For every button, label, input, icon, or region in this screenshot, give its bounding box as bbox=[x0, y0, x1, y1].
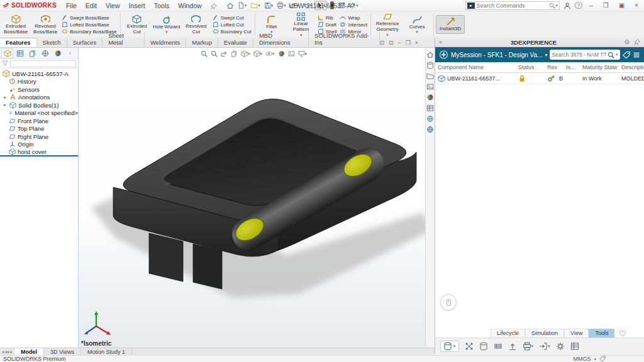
panel-settings-icon[interactable] bbox=[621, 39, 633, 46]
tab-evaluate[interactable]: Evaluate bbox=[218, 38, 253, 47]
boundary-cut-button[interactable]: Boundary Cut bbox=[211, 28, 253, 35]
doc-close-button[interactable]: × bbox=[415, 40, 418, 46]
lofted-cut-button[interactable]: Lofted Cut bbox=[211, 21, 253, 28]
save-button[interactable]: ▾ bbox=[263, 1, 275, 9]
grid-settings-button[interactable] bbox=[570, 341, 579, 350]
section-view-button[interactable] bbox=[231, 49, 238, 57]
settings-button[interactable] bbox=[556, 341, 565, 350]
command-search-input[interactable] bbox=[477, 3, 549, 9]
tree-item-origin[interactable]: Origin bbox=[0, 141, 78, 149]
3dexperience-home-icon[interactable] bbox=[426, 50, 435, 58]
panel-pin-icon[interactable] bbox=[633, 39, 644, 46]
menu-insert[interactable]: Insert bbox=[124, 2, 149, 9]
expand-icon[interactable]: ▸ bbox=[3, 95, 8, 100]
intersect-button[interactable]: Intersect bbox=[338, 21, 369, 28]
hole-wizard-button[interactable]: Hole Wizard▾ bbox=[152, 14, 181, 36]
search-icon[interactable] bbox=[549, 3, 555, 9]
command-search[interactable]: ▸ ▾ bbox=[465, 1, 560, 10]
search-dropdown-icon[interactable]: ▾ bbox=[616, 52, 618, 57]
restore-button[interactable]: ▣ bbox=[616, 2, 628, 9]
hamburger-menu-icon[interactable] bbox=[633, 51, 640, 59]
appearances-scenes-icon[interactable] bbox=[426, 93, 435, 101]
wrap-button[interactable]: Wrap bbox=[338, 14, 369, 21]
tab-markup[interactable]: Markup bbox=[186, 38, 218, 47]
view-settings-button[interactable]: ▾ bbox=[298, 49, 308, 57]
tab-weldments[interactable]: Weldments bbox=[145, 38, 186, 47]
tree-item-top-plane[interactable]: Top Plane bbox=[0, 125, 78, 133]
tab-strip-expand-icon[interactable]: › bbox=[64, 48, 76, 58]
collapse-panel-icon[interactable]: « bbox=[435, 39, 446, 45]
print-button[interactable]: ▾ bbox=[523, 341, 534, 350]
tree-item-right-plane[interactable]: Right Plane bbox=[0, 133, 78, 141]
tree-item-annotations[interactable]: ▸Annotations bbox=[0, 94, 78, 102]
swept-cut-button[interactable]: Swept Cut bbox=[211, 14, 253, 21]
open-button[interactable]: ▾ bbox=[249, 1, 262, 9]
menu-window[interactable]: Window bbox=[174, 2, 206, 9]
upload-button[interactable] bbox=[508, 341, 517, 350]
tab-view[interactable]: View bbox=[564, 329, 589, 337]
tab-mbd-dimensions[interactable]: MBD Dimensions bbox=[253, 31, 309, 47]
3ds-compass-icon[interactable] bbox=[439, 50, 448, 60]
previous-view-button[interactable] bbox=[221, 49, 228, 57]
tab-surfaces[interactable]: Surfaces bbox=[67, 38, 103, 47]
doc-restore-button[interactable]: ❒ bbox=[406, 40, 411, 46]
dimxpertmanager-tab[interactable] bbox=[39, 48, 51, 58]
tree-filter-input[interactable] bbox=[10, 60, 76, 67]
minimize-button[interactable]: – bbox=[586, 2, 596, 9]
component-table-row[interactable]: UBW-21161-66537... B In Work MOLDED LATC… bbox=[435, 73, 644, 84]
column-rev[interactable]: Rev bbox=[547, 64, 566, 70]
configurationmanager-tab[interactable] bbox=[26, 48, 38, 58]
session-selector[interactable]: MySession - SFK1 - Design Va...▾ bbox=[451, 52, 547, 58]
favorites-heart-icon[interactable] bbox=[618, 328, 627, 337]
tree-item-front-plane[interactable]: Front Plane bbox=[0, 117, 78, 125]
new-document-button[interactable]: ▾ bbox=[236, 1, 248, 9]
doc-window-icon[interactable]: ⊡ bbox=[389, 40, 394, 46]
tag-icon[interactable] bbox=[623, 51, 630, 59]
tab-simulation[interactable]: Simulation bbox=[525, 329, 564, 337]
menu-file[interactable]: File bbox=[62, 2, 81, 9]
tab-sheet-metal[interactable]: Sheet Metal bbox=[103, 31, 145, 47]
displaymanager-tab[interactable] bbox=[52, 48, 64, 58]
tree-item-history[interactable]: History bbox=[0, 78, 78, 86]
rib-button[interactable]: Rib bbox=[316, 14, 338, 21]
column-issues[interactable]: Is... bbox=[566, 64, 582, 70]
custom-properties-icon[interactable] bbox=[426, 104, 435, 112]
tab-solidworks-add-ins[interactable]: SOLIDWORKS Add-Ins bbox=[309, 31, 380, 47]
home-button[interactable] bbox=[225, 1, 235, 10]
login-button[interactable] bbox=[564, 1, 571, 9]
help-button[interactable]: ? bbox=[575, 2, 582, 9]
swept-boss-base-button[interactable]: Swept Boss/Base bbox=[60, 14, 118, 21]
menu-pin-icon[interactable] bbox=[206, 1, 221, 9]
close-button[interactable]: × bbox=[631, 2, 641, 9]
search-icon[interactable] bbox=[608, 52, 614, 58]
expand-icon[interactable]: ▸ bbox=[3, 102, 8, 107]
save-with-options-button[interactable]: ▾ bbox=[440, 341, 459, 352]
column-status[interactable]: Status bbox=[518, 64, 547, 70]
undo-button[interactable]: ▾ bbox=[289, 1, 301, 9]
options-button[interactable]: ▾ bbox=[348, 1, 360, 9]
redo-button[interactable]: ▾ bbox=[301, 1, 313, 9]
view-palette-icon[interactable] bbox=[426, 82, 435, 90]
tab-scroll-buttons[interactable]: ◂◂▸▸ bbox=[0, 348, 14, 355]
windows-button[interactable]: ❒ bbox=[600, 2, 612, 9]
doc-minimize-button[interactable]: – bbox=[398, 40, 401, 46]
tree-item-sensors[interactable]: Sensors bbox=[0, 85, 78, 94]
revolved-cut-button[interactable]: Revolved Cut bbox=[182, 13, 211, 36]
tab-3d-views[interactable]: 3D Views bbox=[44, 348, 81, 355]
lofted-boss-base-button[interactable]: Lofted Boss/Base bbox=[60, 21, 118, 28]
tree-item-hoist-cover[interactable]: hoist cover bbox=[0, 148, 78, 156]
hide-show-items-button[interactable]: ▾ bbox=[265, 49, 275, 57]
display-style-button[interactable]: ▾ bbox=[253, 49, 263, 57]
graphics-viewport[interactable]: ▾ ▾ ▾ ▾ *Isometric bbox=[79, 48, 425, 348]
forum-icon[interactable] bbox=[426, 114, 435, 123]
structure-browser-button[interactable] bbox=[465, 341, 474, 350]
units-label[interactable]: MMGS bbox=[573, 356, 591, 362]
design-library-icon[interactable] bbox=[426, 61, 435, 69]
marketplace-icon[interactable] bbox=[426, 125, 435, 133]
revolved-boss-base-button[interactable]: Revolved Boss/Base bbox=[31, 13, 60, 36]
tab-sketch[interactable]: Sketch bbox=[37, 38, 67, 47]
units-dropdown-icon[interactable]: ▾ bbox=[594, 357, 596, 361]
edit-appearance-button[interactable] bbox=[278, 49, 285, 57]
featuremanager-tree-tab[interactable] bbox=[1, 48, 13, 58]
column-description[interactable]: Description bbox=[621, 64, 644, 70]
